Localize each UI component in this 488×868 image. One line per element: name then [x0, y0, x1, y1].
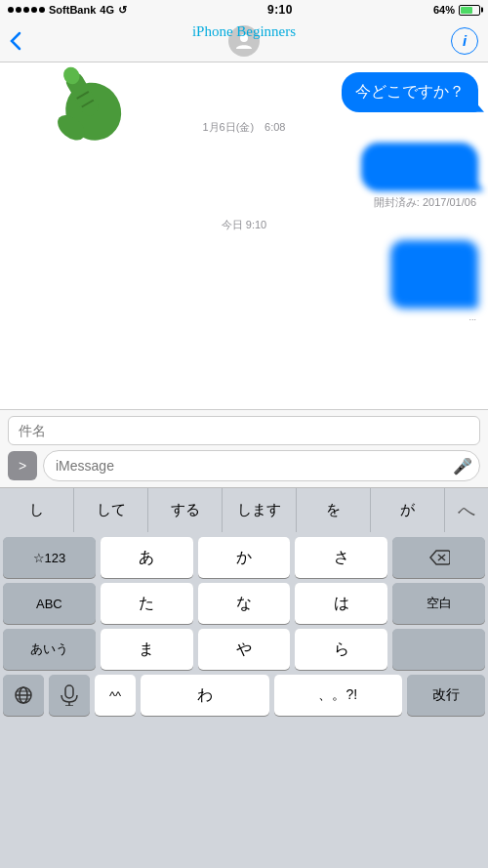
key-space[interactable]: 空白	[392, 583, 485, 624]
status-right: 64%	[433, 4, 480, 16]
subject-input[interactable]	[8, 416, 480, 445]
dot1	[8, 7, 14, 13]
key-globe[interactable]	[3, 675, 44, 716]
timestamp-text-2: 今日 9:10	[222, 219, 266, 230]
key-a[interactable]: あ	[101, 537, 193, 578]
key-ka[interactable]: か	[198, 537, 291, 578]
key-enter[interactable]: 改行	[407, 675, 485, 716]
ellipsis-text: ...	[468, 312, 476, 322]
key-ma[interactable]: ま	[101, 629, 193, 670]
dot4	[31, 7, 37, 13]
message-bubble-2[interactable]	[361, 143, 478, 191]
suggestion-shimasu[interactable]: します	[223, 488, 297, 532]
suggestion-shi[interactable]: し	[0, 488, 74, 532]
key-ya[interactable]: や	[198, 629, 291, 670]
kb-row-4: ^^ わ 、。?! 改行	[0, 670, 488, 723]
read-receipt-text: 開封済み: 2017/01/06	[374, 196, 476, 208]
message-input-wrap: 🎤	[43, 450, 480, 481]
message-row-2	[10, 143, 478, 191]
chevron-left-icon	[10, 31, 21, 51]
battery-fill	[461, 7, 472, 14]
time-label: 9:10	[267, 3, 293, 17]
dot3	[23, 7, 29, 13]
dot2	[16, 7, 21, 13]
expand-button[interactable]: >	[8, 451, 37, 480]
timestamp-1: 1月6日(金) 6:08	[10, 120, 478, 135]
info-button[interactable]: i	[451, 27, 478, 55]
svg-point-0	[240, 34, 248, 42]
sync-icon: ↺	[118, 4, 127, 17]
key-ha[interactable]: は	[295, 583, 387, 624]
svg-rect-14	[65, 685, 73, 698]
key-ta[interactable]: た	[101, 583, 193, 624]
key-ra[interactable]: ら	[295, 629, 387, 670]
key-punct[interactable]: 、。?!	[274, 675, 403, 716]
chat-area: 今どこですか？ 1月6日(金) 6:08 開封済み: 2017/01/06 今日…	[0, 62, 488, 399]
ellipsis-row: ...	[10, 312, 478, 322]
key-mic[interactable]	[49, 675, 90, 716]
key-aiw[interactable]: あいう	[3, 629, 96, 670]
suggestion-caret[interactable]: へ	[445, 488, 488, 532]
battery-icon	[459, 5, 480, 16]
message-row-3	[10, 240, 478, 309]
status-bar: SoftBank 4G ↺ 9:10 64%	[0, 0, 488, 20]
suggestion-suru[interactable]: する	[148, 488, 223, 532]
message-input[interactable]	[43, 450, 480, 481]
microphone-icon	[61, 684, 78, 706]
suggestion-ga[interactable]: が	[371, 488, 445, 532]
key-sa[interactable]: さ	[295, 537, 387, 578]
dot5	[39, 7, 45, 13]
message-bubble-3[interactable]	[390, 240, 478, 309]
read-receipt: 開封済み: 2017/01/06	[10, 195, 476, 210]
keyboard-suggestions: し して する します を が へ	[0, 487, 488, 532]
signal-dots	[8, 7, 45, 13]
key-abc[interactable]: ABC	[3, 583, 96, 624]
expand-icon: >	[19, 458, 26, 474]
status-left: SoftBank 4G ↺	[8, 4, 127, 17]
message-bubble-1[interactable]: 今どこですか？	[342, 72, 478, 112]
mic-button[interactable]: 🎤	[453, 457, 472, 475]
network-label: 4G	[100, 4, 114, 16]
kb-row-3: あいう ま や ら	[0, 624, 488, 670]
key-na[interactable]: な	[198, 583, 291, 624]
kb-row-2: ABC た な は 空白	[0, 578, 488, 624]
kb-row-1: ☆123 あ か さ	[0, 532, 488, 578]
message-row-input: > 🎤	[8, 450, 480, 481]
avatar[interactable]	[228, 25, 260, 57]
carrier-label: SoftBank	[49, 4, 96, 16]
subject-row	[8, 416, 480, 445]
person-icon	[234, 31, 254, 51]
key-backspace[interactable]	[392, 537, 485, 578]
keyboard: ☆123 あ か さ ABC た な は 空白 あいう ま や ら	[0, 532, 488, 868]
nav-bar: iPhone Beginners i	[0, 20, 488, 62]
nav-center	[228, 25, 260, 57]
timestamp-2: 今日 9:10	[10, 218, 478, 232]
globe-icon	[14, 685, 33, 705]
battery-percent: 64%	[433, 4, 455, 16]
key-enter-placeholder	[392, 629, 485, 670]
suggestion-wo[interactable]: を	[297, 488, 371, 532]
message-text-1: 今どこですか？	[355, 83, 465, 100]
key-123[interactable]: ☆123	[3, 537, 96, 578]
suggestion-shite[interactable]: して	[74, 488, 148, 532]
message-row-1: 今どこですか？	[10, 72, 478, 112]
back-button[interactable]	[10, 31, 23, 51]
backspace-icon	[428, 549, 450, 566]
key-wa[interactable]: わ	[141, 675, 269, 716]
timestamp-text-1: 1月6日(金) 6:08	[203, 121, 286, 133]
key-hat[interactable]: ^^	[95, 675, 136, 716]
input-area: > 🎤	[0, 409, 488, 487]
